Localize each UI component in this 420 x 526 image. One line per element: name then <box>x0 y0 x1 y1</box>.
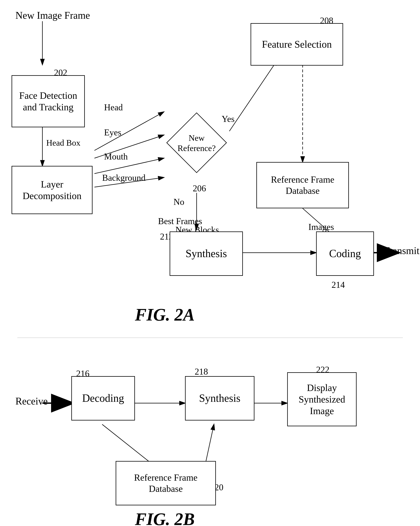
mouth-label: Mouth <box>104 152 128 162</box>
display-box: Display Synthesized Image <box>287 372 357 426</box>
fig-2b-caption: FIG. 2B <box>135 509 195 526</box>
feature-selection-box: Feature Selection <box>251 23 343 66</box>
ref-frame-db-box-2a: Reference Frame Database <box>256 162 349 208</box>
no-label: No <box>174 197 184 207</box>
layer-decomp-box: Layer Decomposition <box>11 166 93 214</box>
decoding-box: Decoding <box>71 376 135 421</box>
transmit-label: Transmit <box>384 245 420 256</box>
ref-218: 218 <box>195 366 208 377</box>
section-divider <box>17 338 403 338</box>
synthesis-box-2a: Synthesis <box>170 232 243 276</box>
head-label: Head <box>104 102 123 112</box>
ref-frame-db-box-2b: Reference Frame Database <box>116 461 216 505</box>
synthesis-box-2b: Synthesis <box>185 376 254 421</box>
coding-box: Coding <box>316 232 374 276</box>
fig-2a-caption: FIG. 2A <box>135 305 195 325</box>
ref-208: 208 <box>320 15 333 26</box>
yes-label: Yes <box>222 114 234 124</box>
ref-206: 206 <box>193 183 206 193</box>
head-box-label: Head Box <box>46 138 80 148</box>
diagram-container: New Image Frame 202 Face Detection and T… <box>0 0 420 526</box>
face-detection-box: Face Detection and Tracking <box>11 75 85 127</box>
images-label: Images <box>308 222 334 232</box>
eyes-label: Eyes <box>104 127 121 138</box>
new-reference-label: New Reference? <box>170 133 224 153</box>
svg-line-9 <box>229 60 278 131</box>
background-label: Background <box>102 173 146 183</box>
new-image-frame-label: New Image Frame <box>15 10 90 21</box>
receive-label: Receive <box>15 395 48 407</box>
ref-214: 214 <box>332 280 345 290</box>
